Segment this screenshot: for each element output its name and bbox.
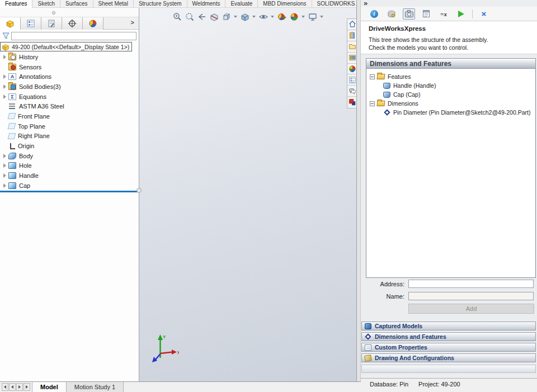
run-button[interactable] <box>455 8 467 20</box>
capture-models-button[interactable] <box>403 8 415 20</box>
form-design-button[interactable] <box>420 8 432 20</box>
rules-button[interactable]: =x <box>437 8 450 20</box>
view-palette-icon <box>348 54 356 62</box>
accordion-captured-models[interactable]: Captured Models <box>361 322 536 330</box>
expand-arrow-icon[interactable] <box>2 54 8 60</box>
tab-dimxpert-manager[interactable] <box>62 17 83 30</box>
tree-item-sensors[interactable]: Sensors <box>0 62 139 72</box>
expand-arrow-icon[interactable] <box>2 74 8 79</box>
tree-item-handle[interactable]: Handle <box>0 171 139 181</box>
next-tab-button[interactable] <box>16 383 23 391</box>
dropdown-caret-icon[interactable] <box>320 16 323 18</box>
tree-item-solid-bodies[interactable]: Solid Bodies(3) <box>0 82 139 92</box>
view-settings-icon[interactable] <box>307 11 318 22</box>
sensors-folder-icon <box>8 64 16 70</box>
tab-model[interactable]: Model <box>32 382 67 392</box>
part-model-pin[interactable] <box>187 53 305 343</box>
tree-item-origin[interactable]: Origin <box>0 141 139 151</box>
tab-motion-study-1[interactable]: Motion Study 1 <box>67 382 124 392</box>
tree-filter-input[interactable] <box>11 32 136 40</box>
rollback-bar[interactable] <box>0 191 139 192</box>
tree-item-front-plane[interactable]: Front Plane <box>0 111 139 121</box>
apply-scene-icon[interactable] <box>289 11 299 22</box>
filter-funnel-icon[interactable] <box>2 32 10 40</box>
dropdown-caret-icon[interactable] <box>302 16 305 18</box>
pane-splitter[interactable] <box>356 0 361 392</box>
folder-icon <box>376 101 385 106</box>
info-button[interactable]: i <box>368 8 380 20</box>
tab-sketch[interactable]: Sketch <box>32 0 60 8</box>
tab-surfaces[interactable]: Surfaces <box>60 0 93 8</box>
tree-item-cap[interactable]: Cap <box>0 181 139 191</box>
tab-property-manager[interactable] <box>21 17 41 30</box>
database-button[interactable] <box>385 8 398 20</box>
first-tab-button[interactable] <box>2 383 8 391</box>
graphics-viewport[interactable]: Y X <box>139 8 356 381</box>
tree-node-pin-diameter[interactable]: Pin Diameter (Pin Diameter@Sketch2@49-20… <box>370 108 535 117</box>
origin-icon <box>10 143 15 149</box>
expand-arrow-icon[interactable] <box>2 183 8 188</box>
zoom-to-area-icon[interactable] <box>184 11 195 22</box>
plane-icon <box>8 133 16 139</box>
tab-mbd-dimensions[interactable]: MBD Dimensions <box>258 0 312 8</box>
tree-item-body[interactable]: Body <box>0 151 139 161</box>
edit-appearance-icon[interactable] <box>276 11 287 22</box>
tree-item-right-plane[interactable]: Right Plane <box>0 131 139 141</box>
tree-item-annotations[interactable]: AAnnotations <box>0 72 139 82</box>
tab-weldments[interactable]: Weldments <box>187 0 226 8</box>
tree-item-equations[interactable]: ΣEquations <box>0 92 139 102</box>
tab-features[interactable]: Features <box>0 0 32 8</box>
add-button[interactable]: Add <box>408 304 534 314</box>
prev-tab-button[interactable] <box>9 383 16 391</box>
expand-arrow-icon[interactable] <box>2 173 8 178</box>
accordion-drawing-configurations[interactable]: Drawing And Configurations <box>361 353 536 362</box>
dimension-diamond-icon <box>384 109 390 115</box>
previous-view-icon[interactable] <box>196 11 207 22</box>
body-feature-icon <box>8 153 16 159</box>
tab-structure-system[interactable]: Structure System <box>134 0 187 8</box>
expand-arrow-icon[interactable] <box>2 94 8 100</box>
tree-item-history[interactable]: History <box>0 52 139 62</box>
dropdown-caret-icon[interactable] <box>234 16 237 18</box>
tree-node-cap[interactable]: Cap (Cap) <box>370 90 535 99</box>
collapse-minus-icon[interactable] <box>370 74 375 79</box>
close-panel-button[interactable]: × <box>478 8 490 20</box>
expand-arrow-icon[interactable] <box>2 153 8 159</box>
tree-item-top-plane[interactable]: Top Plane <box>0 121 139 131</box>
last-tab-button[interactable] <box>23 383 30 391</box>
tab-configuration-manager[interactable] <box>41 17 62 30</box>
tree-node-features[interactable]: Features <box>370 72 535 81</box>
collapse-minus-icon[interactable] <box>370 101 375 106</box>
tab-evaluate[interactable]: Evaluate <box>225 0 258 8</box>
section-view-icon[interactable] <box>209 11 219 22</box>
document-root-node[interactable]: 49-200 (Default<<Default>_Display State … <box>0 42 132 51</box>
address-input[interactable] <box>408 280 534 288</box>
expand-arrow-icon[interactable] <box>2 84 8 89</box>
tree-item-label: Solid Bodies(3) <box>19 83 61 90</box>
hide-show-items-icon[interactable] <box>258 11 268 22</box>
view-orientation-icon[interactable] <box>221 11 232 22</box>
accordion-custom-properties[interactable]: Custom Properties <box>361 343 536 352</box>
zoom-to-fit-icon[interactable] <box>172 11 182 22</box>
cap-feature-icon <box>8 182 16 189</box>
tree-node-dimensions[interactable]: Dimensions <box>370 99 535 108</box>
tree-item-hole[interactable]: Hole <box>0 161 139 171</box>
name-input[interactable] <box>408 292 534 300</box>
rollback-bar-handle[interactable] <box>136 188 142 193</box>
arrow-spacer <box>2 124 8 129</box>
driveworksxpress-icon <box>348 98 356 106</box>
dropdown-caret-icon[interactable] <box>271 16 274 18</box>
tree-node-label: Cap (Cap) <box>393 91 420 98</box>
tree-item-material[interactable]: ASTM A36 Steel <box>0 101 139 111</box>
expand-arrow-icon[interactable] <box>2 163 8 168</box>
collapse-handle-icon[interactable] <box>52 11 55 15</box>
flyout-chevron-icon[interactable]: > <box>131 17 139 29</box>
driveworks-toolbar: i =x × <box>361 7 537 21</box>
tab-display-manager[interactable] <box>83 17 103 30</box>
tab-sheet-metal[interactable]: Sheet Metal <box>93 0 134 8</box>
display-style-icon[interactable] <box>239 11 250 22</box>
tab-featuremanager-tree[interactable] <box>0 17 21 30</box>
dropdown-caret-icon[interactable] <box>252 16 256 18</box>
accordion-dimensions-features[interactable]: Dimensions and Features <box>361 332 536 341</box>
tree-node-handle[interactable]: Handle (Handle) <box>370 81 535 90</box>
